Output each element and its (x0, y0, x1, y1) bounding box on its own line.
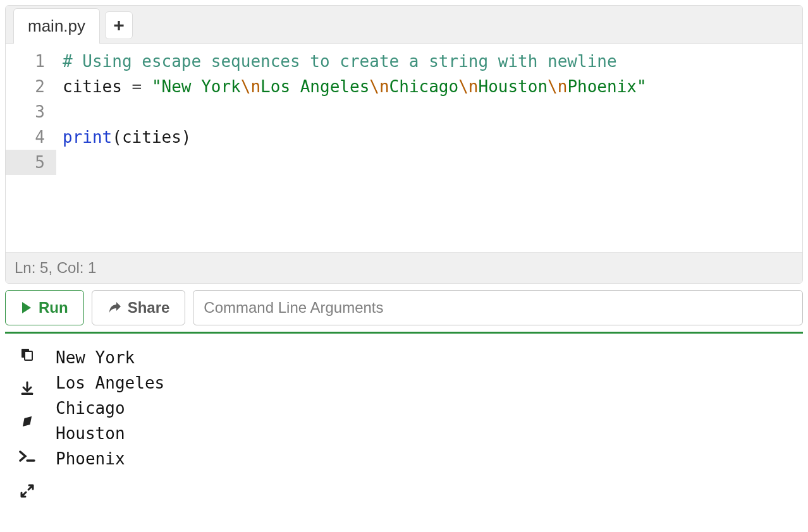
status-bar: Ln: 5, Col: 1 (6, 252, 802, 283)
output-panel: New York Los Angeles Chicago Houston Pho… (5, 332, 803, 500)
code-line[interactable] (63, 150, 802, 175)
add-tab-button[interactable]: + (105, 11, 133, 39)
terminal-icon[interactable] (18, 447, 37, 466)
command-line-args-input[interactable] (193, 290, 803, 325)
code-content[interactable]: # Using escape sequences to create a str… (56, 44, 802, 252)
editor-panel: main.py + 12345 # Using escape sequences… (5, 5, 803, 284)
cursor-position: Ln: 5, Col: 1 (15, 259, 96, 276)
code-editor[interactable]: 12345 # Using escape sequences to create… (6, 44, 802, 252)
line-number: 3 (6, 99, 56, 124)
line-number: 2 (6, 74, 56, 99)
code-line[interactable]: print(cities) (63, 124, 802, 150)
share-button[interactable]: Share (92, 290, 186, 325)
plus-icon: + (113, 15, 125, 36)
tab-bar: main.py + (6, 6, 802, 44)
output-text[interactable]: New York Los Angeles Chicago Houston Pho… (49, 334, 803, 500)
svg-rect-1 (25, 351, 32, 360)
svg-rect-2 (21, 393, 33, 395)
copy-icon[interactable] (18, 345, 37, 364)
expand-icon[interactable] (18, 481, 37, 500)
output-sidebar (5, 334, 49, 500)
file-tab-main[interactable]: main.py (13, 8, 100, 44)
download-icon[interactable] (18, 379, 37, 398)
line-number: 5 (6, 150, 56, 175)
run-button-label: Run (39, 299, 68, 317)
run-button[interactable]: Run (5, 290, 84, 325)
line-number: 1 (6, 49, 56, 74)
action-toolbar: Run Share (0, 290, 808, 332)
code-line[interactable] (63, 99, 802, 124)
code-line[interactable]: # Using escape sequences to create a str… (63, 49, 802, 74)
play-icon (21, 301, 32, 314)
code-line[interactable]: cities = "New York\nLos Angeles\nChicago… (63, 74, 802, 99)
share-icon (107, 301, 121, 314)
eraser-icon[interactable] (18, 413, 37, 432)
share-button-label: Share (128, 299, 170, 317)
line-number-gutter: 12345 (6, 44, 56, 252)
line-number: 4 (6, 124, 56, 150)
